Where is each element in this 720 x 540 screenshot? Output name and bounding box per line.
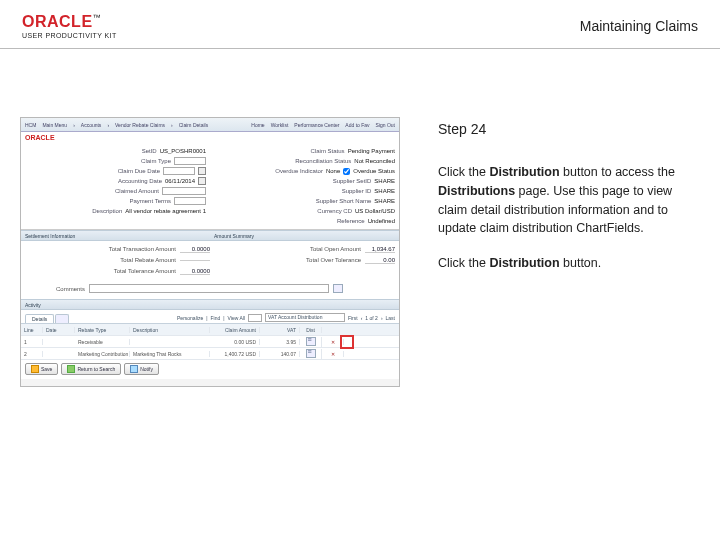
breadcrumb-item[interactable]: Claim Details <box>179 122 208 128</box>
nav-link[interactable]: Add to Fav <box>345 122 369 128</box>
step-label: Step 24 <box>438 121 680 137</box>
breadcrumb-item[interactable]: HCM <box>25 122 36 128</box>
comments-expand-icon[interactable] <box>333 284 343 293</box>
breadcrumb-item[interactable]: Vendor Rebate Claims <box>115 122 165 128</box>
activity-grid: Line Date Rebate Type Description Claim … <box>21 323 399 360</box>
distribution-icon[interactable] <box>306 349 316 358</box>
app-topbar: HCM Main Menu › Accounts › Vendor Rebate… <box>21 118 399 132</box>
save-button[interactable]: Save <box>25 363 58 375</box>
grid-controls: Details Personalize | Find | View All VA… <box>21 310 399 323</box>
instruction-text: Click the Distribution button to access … <box>438 163 680 238</box>
breadcrumb-item[interactable]: Main Menu <box>42 122 67 128</box>
section-settlement[interactable]: Settlement Information <box>21 230 210 241</box>
instruction-panel: Step 24 Click the Distribution button to… <box>418 49 700 387</box>
calendar-icon[interactable] <box>198 167 206 175</box>
nav-link[interactable]: Sign Out <box>376 122 395 128</box>
return-to-search-button[interactable]: Return to Search <box>61 363 121 375</box>
grid-page-input[interactable] <box>248 314 262 322</box>
breadcrumb-item[interactable]: Accounts <box>81 122 102 128</box>
delete-row-icon[interactable]: ✕ <box>331 339 335 345</box>
tab-details[interactable]: Details <box>25 314 54 323</box>
comments-input[interactable] <box>89 284 329 293</box>
section-amount-summary[interactable]: Amount Summary <box>210 230 399 241</box>
comments-label: Comments <box>25 286 85 292</box>
brand-name: ORACLE <box>22 13 93 30</box>
grid-counter: 1 of 2 <box>365 315 378 321</box>
claim-due-date-input[interactable] <box>163 167 195 175</box>
calendar-icon[interactable] <box>198 177 206 185</box>
instruction-action: Click the Distribution button. <box>438 254 680 273</box>
app-screenshot: HCM Main Menu › Accounts › Vendor Rebate… <box>20 117 400 387</box>
grid-first-link[interactable]: First <box>348 315 358 321</box>
page-header: ORACLE™ USER PRODUCTIVITY KIT Maintainin… <box>0 0 720 48</box>
claimed-amount-input[interactable] <box>162 187 206 195</box>
app-logo: ORACLE <box>21 132 399 143</box>
grid-viewall-link[interactable]: View All <box>228 315 245 321</box>
section-activity[interactable]: Activity <box>21 299 399 310</box>
notify-button[interactable]: Notify <box>124 363 159 375</box>
oracle-logo: ORACLE™ USER PRODUCTIVITY KIT <box>22 13 117 39</box>
table-row: 2 Marketing Contribution Marketing That … <box>21 348 399 360</box>
overdue-checkbox[interactable] <box>343 168 350 175</box>
grid-header: Line Date Rebate Type Description Claim … <box>21 324 399 336</box>
delete-row-icon[interactable]: ✕ <box>331 351 335 357</box>
page-title: Maintaining Claims <box>580 18 698 34</box>
payment-terms-input[interactable] <box>174 197 206 205</box>
vat-dropdown[interactable]: VAT Account Distribution <box>265 313 345 322</box>
nav-link[interactable]: Worklist <box>271 122 289 128</box>
action-buttons: Save Return to Search Notify <box>21 360 399 379</box>
tab-expand-icon[interactable] <box>55 314 69 323</box>
nav-link[interactable]: Home <box>251 122 264 128</box>
grid-last-link[interactable]: Last <box>386 315 395 321</box>
table-row: 1 Receivable 0.00 USD 3.95 ✕ <box>21 336 399 348</box>
grid-personalize-link[interactable]: Personalize <box>177 315 203 321</box>
distribution-icon[interactable] <box>306 337 316 346</box>
claim-header-form: SetIDUS_POSHR0001 Claim Type Claim Due D… <box>21 143 399 230</box>
brand-subtitle: USER PRODUCTIVITY KIT <box>22 32 117 39</box>
nav-link[interactable]: Performance Center <box>294 122 339 128</box>
amount-summary: Total Transaction Amount0.0000 Total Reb… <box>21 241 399 282</box>
claim-type-input[interactable] <box>174 157 206 165</box>
grid-find-link[interactable]: Find <box>210 315 220 321</box>
